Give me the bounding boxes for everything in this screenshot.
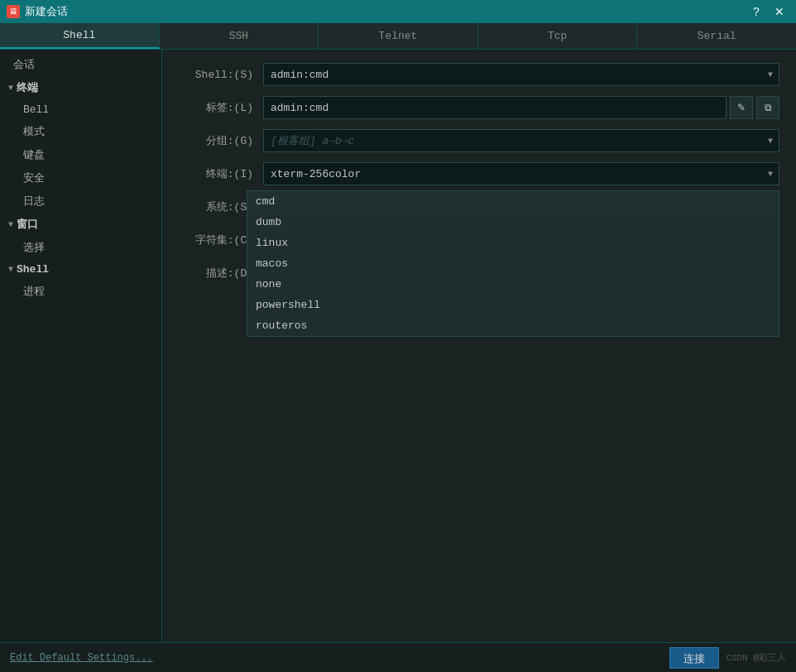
expand-arrow-window: ▼ (8, 220, 13, 229)
system-dropdown: cmd dumb linux macos none powershell rou… (247, 190, 779, 337)
help-button[interactable]: ? (746, 3, 766, 20)
terminal-select[interactable]: xterm-256color (263, 162, 779, 185)
tab-shell[interactable]: Shell (0, 23, 160, 49)
edit-defaults-link[interactable]: Edit Default Settings... (10, 652, 153, 664)
dropdown-item-cmd[interactable]: cmd (247, 191, 779, 212)
group-label: 分组:(G) (179, 133, 253, 148)
main-content: 会话 ▼ 终端 Bell 模式 键盘 安全 日志 ▼ 窗口 选择 ▼ She (0, 50, 796, 642)
tabbar: Shell SSH Telnet Tcp Serial (0, 23, 796, 50)
sidebar-item-select[interactable]: 选择 (0, 236, 161, 259)
group-select-wrapper: [根客组] a→b→c ▼ (263, 129, 779, 152)
titlebar-left: 🖥 新建会话 (7, 4, 68, 19)
expand-arrow-terminal: ▼ (8, 84, 13, 93)
terminal-label: 终端:(I) (179, 166, 253, 181)
sidebar-item-keyboard[interactable]: 键盘 (0, 143, 161, 166)
dropdown-item-routeros[interactable]: routeros (247, 315, 779, 336)
dropdown-item-dumb[interactable]: dumb (247, 212, 779, 233)
terminal-row: 终端:(I) xterm-256color ▼ (179, 162, 779, 185)
connect-button[interactable]: 连接 (669, 647, 719, 669)
sidebar-item-mode[interactable]: 模式 (0, 120, 161, 143)
group-select[interactable]: [根客组] a→b→c (263, 129, 779, 152)
titlebar-controls: ? ✕ (746, 3, 789, 20)
group-row: 分组:(G) [根客组] a→b→c ▼ (179, 129, 779, 152)
sidebar-item-log[interactable]: 日志 (0, 190, 161, 213)
app-icon: 🖥 (7, 5, 20, 18)
tab-telnet[interactable]: Telnet (319, 23, 478, 49)
sidebar-item-bell[interactable]: Bell (0, 99, 161, 120)
watermark: CSDN @彩三人 (726, 651, 786, 664)
tag-copy-button[interactable]: ⧉ (756, 96, 779, 119)
close-button[interactable]: ✕ (770, 3, 789, 20)
titlebar-title: 新建会话 (25, 4, 68, 19)
shell-row: Shell:(S) admin:cmd ▼ (179, 63, 779, 86)
dropdown-item-linux[interactable]: linux (247, 233, 779, 253)
sidebar-group-shell[interactable]: ▼ Shell (0, 259, 161, 280)
bottom-right: 连接 CSDN @彩三人 (669, 647, 786, 669)
shell-select[interactable]: admin:cmd (263, 63, 779, 86)
tab-serial[interactable]: Serial (637, 23, 796, 49)
sidebar-item-session[interactable]: 会话 (0, 53, 161, 76)
shell-select-wrapper: admin:cmd ▼ (263, 63, 779, 86)
charset-label: 字符集:(C) (179, 233, 253, 247)
tag-input-group: ✎ ⧉ (263, 96, 779, 119)
shell-label: Shell:(S) (179, 69, 253, 81)
bottombar: Edit Default Settings... 连接 CSDN @彩三人 (0, 642, 796, 672)
titlebar: 🖥 新建会话 ? ✕ (0, 0, 796, 23)
terminal-select-wrapper: xterm-256color ▼ (263, 162, 779, 185)
sidebar-group-window[interactable]: ▼ 窗口 (0, 213, 161, 236)
system-label: 系统:(S) (179, 199, 253, 214)
tag-input[interactable] (263, 96, 726, 119)
dropdown-item-macos[interactable]: macos (247, 253, 779, 274)
tag-edit-button[interactable]: ✎ (730, 96, 753, 119)
dropdown-item-none[interactable]: none (247, 274, 779, 295)
sidebar-item-process[interactable]: 进程 (0, 280, 161, 303)
sidebar: 会话 ▼ 终端 Bell 模式 键盘 安全 日志 ▼ 窗口 选择 ▼ She (0, 50, 162, 642)
desc-label: 描述:(D) (179, 266, 253, 281)
sidebar-group-terminal[interactable]: ▼ 终端 (0, 76, 161, 99)
expand-arrow-shell: ▼ (8, 265, 13, 274)
tag-row: 标签:(L) ✎ ⧉ (179, 96, 779, 119)
tab-ssh[interactable]: SSH (160, 23, 319, 49)
dropdown-item-powershell[interactable]: powershell (247, 295, 779, 315)
tag-label: 标签:(L) (179, 100, 253, 115)
sidebar-item-security[interactable]: 安全 (0, 166, 161, 190)
tab-tcp[interactable]: Tcp (478, 23, 638, 49)
form-area: Shell:(S) admin:cmd ▼ 标签:(L) ✎ ⧉ 分组:(G) … (162, 50, 796, 642)
